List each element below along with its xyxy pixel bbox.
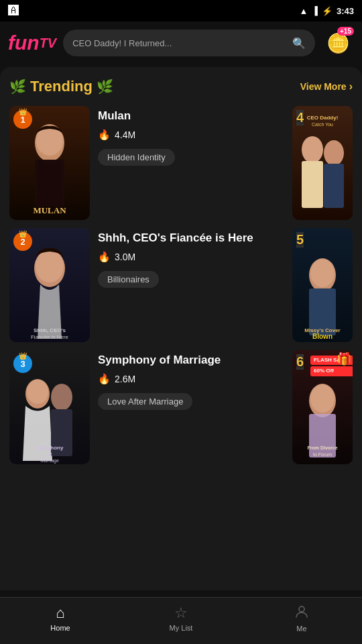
- trending-header: 🌿 Trending 🌿 View More ›: [9, 78, 353, 95]
- signal-icon: ▐: [312, 6, 318, 15]
- logo: funTV: [8, 32, 56, 54]
- svg-point-25: [27, 380, 48, 404]
- wifi-icon: ▲: [300, 6, 308, 16]
- trending-side-item-5[interactable]: Missy's Cover Blown 5: [292, 228, 353, 342]
- item-views-3: 🔥 2.6M: [98, 373, 287, 385]
- user-icon: [294, 604, 309, 623]
- rank-badge-3: 👑 3: [13, 354, 32, 373]
- svg-point-6: [302, 136, 323, 163]
- view-more-button[interactable]: View More ›: [300, 80, 353, 93]
- svg-rect-34: [309, 414, 336, 458]
- bottom-nav: ⌂ Home ☆ My List Me: [0, 597, 362, 644]
- svg-text:Marriage: Marriage: [40, 458, 59, 464]
- discount-label: 60% Off: [310, 366, 353, 376]
- trending-side-item-4[interactable]: CEO Daddy! Catch You 4: [292, 106, 353, 220]
- status-left: 🅰: [8, 5, 19, 17]
- thumbnail-ceo-fiancee: Shhh, CEO's Fiancée is Here 👑 2: [9, 228, 90, 342]
- coin-badge: +15: [337, 27, 354, 36]
- battery-icon: ⚡: [322, 6, 333, 16]
- svg-text:Blown: Blown: [312, 333, 333, 340]
- status-bar: 🅰 ▲ ▐ ⚡ 3:43: [0, 0, 362, 21]
- trending-row-3: Symphony of Marriage 👑 3 Symphony of Mar…: [9, 350, 353, 464]
- trending-row-1: MULAN 👑 1 Mulan 🔥 4.4M: [9, 106, 353, 220]
- svg-text:Fiancée is Here: Fiancée is Here: [31, 334, 69, 340]
- nav-my-list[interactable]: ☆ My List: [154, 604, 208, 632]
- svg-point-33: [310, 384, 335, 413]
- search-bar[interactable]: CEO Daddy! I Returned... 🔍: [63, 30, 315, 56]
- item-info-2: Shhh, CEO's Fiancée is Here 🔥 3.0M Billi…: [98, 228, 287, 288]
- svg-text:CEO Daddy!: CEO Daddy!: [307, 115, 339, 121]
- svg-rect-8: [302, 161, 323, 208]
- side-rank-5: 5: [296, 232, 304, 248]
- trending-item-3[interactable]: Symphony of Marriage 👑 3 Symphony of Mar…: [9, 350, 287, 464]
- flame-right-icon: 🌿: [97, 78, 113, 95]
- search-text: CEO Daddy! I Returned...: [72, 38, 287, 48]
- side-rank-6: 6: [296, 354, 304, 370]
- time-display: 3:43: [337, 6, 354, 16]
- item-info-3: Symphony of Marriage 🔥 2.6M Love After M…: [98, 350, 287, 410]
- item-views-2: 🔥 3.0M: [98, 251, 287, 263]
- item-title-1: Mulan: [98, 109, 287, 123]
- svg-point-37: [299, 606, 304, 612]
- nav-me[interactable]: Me: [275, 604, 328, 633]
- svg-rect-9: [324, 164, 344, 208]
- svg-text:MULAN: MULAN: [33, 205, 66, 215]
- svg-point-14: [36, 250, 64, 282]
- chevron-right-icon: ›: [349, 80, 353, 93]
- fire-icon-3: 🔥: [98, 373, 111, 385]
- thumbnail-symphony: Symphony of Marriage 👑 3: [9, 350, 90, 464]
- svg-text:From Divorce: From Divorce: [307, 445, 337, 450]
- item-title-3: Symphony of Marriage: [98, 353, 287, 368]
- svg-text:Shhh, CEO's: Shhh, CEO's: [34, 327, 66, 333]
- trending-title: 🌿 Trending 🌿: [9, 78, 113, 95]
- svg-text:of: of: [48, 451, 52, 458]
- svg-text:to Forum: to Forum: [313, 452, 332, 457]
- coin-button[interactable]: +15 🪙: [322, 27, 354, 59]
- rank-badge-2: 👑 2: [13, 232, 32, 251]
- trending-row-2: Shhh, CEO's Fiancée is Here 👑 2 Shhh, CE…: [9, 228, 353, 342]
- app-icon: 🅰: [8, 5, 19, 17]
- nav-mylist-label: My List: [170, 624, 193, 632]
- tag-list-2: Billionaires: [98, 271, 287, 288]
- status-right: ▲ ▐ ⚡ 3:43: [300, 6, 354, 16]
- trending-item-1[interactable]: MULAN 👑 1 Mulan 🔥 4.4M: [9, 106, 287, 220]
- fire-icon-2: 🔥: [98, 251, 111, 263]
- nav-home[interactable]: ⌂ Home: [34, 604, 87, 632]
- trending-item-2[interactable]: Shhh, CEO's Fiancée is Here 👑 2 Shhh, CE…: [9, 228, 287, 342]
- fire-icon-1: 🔥: [98, 129, 111, 141]
- gift-icon: 🎁: [337, 352, 351, 366]
- item-info-1: Mulan 🔥 4.4M Hidden Identity: [98, 106, 287, 166]
- heart-icon: ☆: [174, 604, 188, 622]
- search-icon: 🔍: [292, 37, 306, 50]
- side-rank-4: 4: [296, 110, 304, 125]
- tag-list-3: Love After Marriage: [98, 393, 287, 410]
- tag-love-after-marriage[interactable]: Love After Marriage: [98, 393, 192, 410]
- svg-point-26: [51, 384, 72, 411]
- tag-hidden-identity[interactable]: Hidden Identity: [98, 149, 175, 166]
- thumbnail-mulan: MULAN 👑 1: [9, 106, 90, 220]
- header: funTV CEO Daddy! I Returned... 🔍 +15 🪙: [0, 21, 362, 64]
- svg-point-19: [310, 259, 335, 287]
- svg-text:Catch You: Catch You: [312, 122, 333, 127]
- nav-home-label: Home: [50, 624, 70, 632]
- rank-badge-1: 👑 1: [13, 110, 32, 129]
- item-title-2: Shhh, CEO's Fiancée is Here: [98, 231, 287, 246]
- trending-side-item-6[interactable]: From Divorce to Forum 6 FLASH SALE! 60% …: [292, 350, 353, 464]
- svg-point-7: [324, 140, 344, 166]
- tag-list-1: Hidden Identity: [98, 149, 287, 166]
- tag-billionaires[interactable]: Billionaires: [98, 271, 159, 288]
- nav-me-label: Me: [296, 625, 306, 633]
- trending-section: 🌿 Trending 🌿 View More ›: [0, 67, 362, 590]
- svg-text:Symphony: Symphony: [36, 445, 64, 451]
- item-views-1: 🔥 4.4M: [98, 129, 287, 141]
- trending-list: MULAN 👑 1 Mulan 🔥 4.4M: [9, 106, 353, 472]
- flame-left-icon: 🌿: [9, 78, 26, 95]
- home-icon: ⌂: [56, 604, 64, 622]
